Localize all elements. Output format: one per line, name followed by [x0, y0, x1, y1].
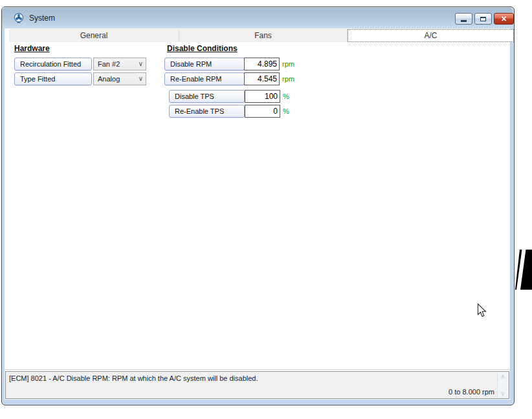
window-title: System	[29, 14, 55, 23]
disable-tps-input[interactable]	[245, 90, 280, 103]
chevron-down-icon: ∨	[139, 60, 143, 67]
close-icon: ×	[501, 14, 506, 23]
reenable-tps-input[interactable]	[245, 105, 280, 118]
status-panel: [ECM] 8021 - A/C Disable RPM: RPM at whi…	[5, 371, 509, 399]
reenable-tps-button[interactable]: Re-Enable TPS	[169, 105, 245, 118]
close-button[interactable]: ×	[494, 13, 514, 25]
disable-rpm-label: Disable RPM	[170, 60, 212, 68]
maximize-button[interactable]	[474, 13, 492, 25]
hardware-heading: Hardware	[14, 44, 50, 53]
disable-tps-unit: %	[283, 92, 289, 100]
chevron-down-icon: ∨	[139, 75, 143, 82]
screen: System × General Fans A/C Hardware Recir…	[0, 0, 532, 419]
recirculation-fitted-select[interactable]: Fan #2 ∨	[93, 58, 146, 70]
recirculation-fitted-value: Fan #2	[98, 60, 120, 68]
content-divider	[5, 369, 510, 370]
titlebar[interactable]: System	[2, 7, 513, 28]
scroll-down-icon[interactable]: ∨	[501, 390, 505, 398]
disable-tps-button[interactable]: Disable TPS	[169, 90, 245, 103]
scroll-up-icon[interactable]: ∧	[501, 372, 505, 380]
tab-general-label: General	[80, 31, 108, 40]
recirculation-fitted-label: Recirculation Fitted	[20, 60, 81, 68]
type-fitted-select[interactable]: Analog ∨	[93, 72, 146, 85]
type-fitted-value: Analog	[98, 75, 120, 83]
disable-conditions-heading: Disable Conditions	[167, 44, 238, 53]
minimize-icon	[461, 20, 467, 22]
disable-tps-label: Disable TPS	[175, 92, 214, 100]
type-fitted-label: Type Fitted	[20, 75, 55, 83]
disable-rpm-input[interactable]	[244, 58, 280, 70]
disable-rpm-unit: rpm	[282, 60, 294, 68]
reenable-rpm-label: Re-Enable RPM	[170, 75, 221, 83]
tab-fans-label: Fans	[254, 31, 272, 40]
reenable-rpm-input[interactable]	[244, 72, 280, 85]
background-logo-fragment	[515, 250, 532, 292]
value-range-label: 0 to 8.000 rpm	[449, 388, 494, 396]
status-message: [ECM] 8021 - A/C Disable RPM: RPM at whi…	[9, 374, 258, 382]
recirculation-fitted-button[interactable]: Recirculation Fitted	[14, 58, 92, 70]
reenable-rpm-unit: rpm	[282, 75, 294, 83]
disable-rpm-button[interactable]: Disable RPM	[164, 58, 245, 70]
status-scrollbar[interactable]: ∧ ∨	[497, 372, 508, 398]
tab-general[interactable]: General	[9, 29, 179, 42]
reenable-tps-unit: %	[283, 107, 289, 115]
minimize-button[interactable]	[455, 13, 472, 25]
window-controls: ×	[455, 13, 514, 25]
reenable-tps-label: Re-Enable TPS	[175, 107, 224, 115]
fan-icon	[14, 13, 24, 23]
tab-ac-selected[interactable]: A/C	[348, 29, 514, 42]
tab-fans[interactable]: Fans	[179, 29, 348, 42]
maximize-icon	[480, 17, 486, 21]
reenable-rpm-button[interactable]: Re-Enable RPM	[164, 72, 245, 85]
type-fitted-button[interactable]: Type Fitted	[14, 72, 92, 85]
tab-ac-label: A/C	[424, 31, 437, 40]
